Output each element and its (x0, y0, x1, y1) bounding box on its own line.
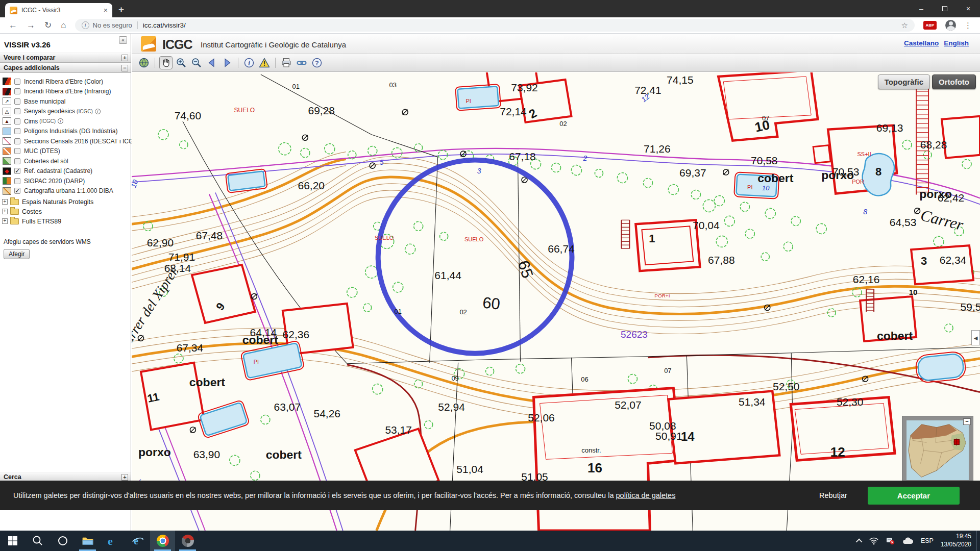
print-icon[interactable] (280, 56, 293, 69)
taskbar-file-explorer-icon[interactable] (75, 531, 100, 551)
layer-checkbox[interactable] (14, 188, 20, 194)
map-label: 06 (581, 375, 588, 383)
language-link-english[interactable]: English (944, 39, 969, 47)
wms-hint-text: Afegiu capes de servidors WMS (4, 238, 127, 245)
overview-minimap[interactable]: − (902, 416, 973, 485)
language-link-castellano[interactable]: Castellano (904, 39, 939, 47)
census-icon (3, 137, 11, 145)
map-label: cobert (877, 329, 913, 342)
zoom-out-icon[interactable] (190, 56, 203, 69)
layer-checkbox[interactable] (14, 79, 20, 85)
section-toggle-button[interactable]: + (121, 55, 128, 61)
layer-row: Seccions Censals 2016 (IDESCAT i ICGC) (3, 136, 131, 146)
layer-checkbox[interactable] (14, 168, 20, 174)
browser-menu-icon[interactable]: ⋮ (964, 21, 972, 30)
new-tab-button[interactable]: + (118, 4, 124, 15)
map-label: 52623 (621, 329, 648, 340)
muc-icon (3, 147, 11, 155)
pan-hand-icon[interactable] (159, 56, 173, 69)
home-icon[interactable]: ⌂ (61, 21, 66, 30)
overview-globe-icon[interactable] (137, 56, 151, 69)
map-label: 14 (681, 430, 695, 443)
taskbar-internet-explorer-icon[interactable]: e (125, 531, 150, 551)
report-warning-icon[interactable]: ! (258, 56, 271, 69)
folder-row[interactable]: +Espais Naturals Protegits (2, 197, 131, 207)
minimize-button[interactable]: – (910, 0, 933, 17)
taskbar-chrome-icon[interactable] (150, 531, 175, 551)
taskbar-search-icon[interactable] (25, 531, 50, 551)
zoom-in-icon[interactable] (175, 56, 188, 69)
back-icon[interactable]: ← (9, 21, 17, 30)
layer-checkbox[interactable] (14, 138, 20, 144)
sidebar-section-veure-i-comparar[interactable]: Veure i comparar+ (0, 53, 131, 63)
add-wms-button[interactable]: Afegir (4, 249, 30, 259)
info-icon[interactable]: i (58, 118, 63, 124)
taskbar-cortana-icon[interactable] (50, 531, 75, 551)
security-label: No es seguro (93, 21, 132, 29)
help-icon[interactable]: ? (310, 56, 324, 69)
layer-checkbox[interactable] (14, 178, 20, 184)
address-bar[interactable]: i No es seguro icc.cat/vissir3/ ☆ (75, 19, 915, 32)
sidebar-collapse-button[interactable]: « (119, 36, 127, 44)
tab-close-icon[interactable]: × (104, 7, 108, 14)
adblock-extension-icon[interactable]: ABP (923, 21, 937, 30)
folder-row[interactable]: +Fulls ETRS89 (2, 216, 131, 226)
layer-checkbox[interactable] (14, 128, 20, 134)
wifi-icon[interactable] (869, 537, 878, 545)
maximize-button[interactable] (933, 0, 957, 17)
taskbar-start-icon[interactable] (0, 531, 25, 551)
layer-row: Cartografia urbana 1:1.000 DIBA (3, 186, 131, 196)
folder-row[interactable]: +Costes (2, 207, 131, 216)
section-toggle-button[interactable]: + (121, 474, 128, 481)
taskbar-media-app-icon[interactable] (175, 531, 200, 551)
next-view-icon[interactable] (220, 56, 234, 69)
reload-icon[interactable]: ↻ (44, 21, 52, 30)
folder-icon (10, 218, 19, 224)
onedrive-cloud-icon[interactable] (902, 537, 913, 545)
layer-source: (ICGC) (77, 109, 93, 114)
info-point-icon[interactable]: i (242, 56, 256, 69)
taskbar-edge-icon[interactable]: e (100, 531, 125, 551)
forward-icon[interactable]: → (27, 21, 35, 30)
layer-checkbox[interactable] (14, 158, 20, 164)
accept-cookies-button[interactable]: Acceptar (868, 487, 960, 505)
map-canvas[interactable]: 74,1573,9272,4172,1474,6069,2867,1871,26… (132, 72, 980, 531)
hidden-icons-chevron[interactable] (857, 539, 862, 543)
cookie-policy-link[interactable]: política de galetes (616, 491, 676, 499)
layer-row: MUC (DTES) (3, 146, 131, 157)
pan-left-arrow[interactable]: ◀ (971, 330, 980, 345)
sync-error-icon[interactable] (886, 537, 895, 545)
expand-icon[interactable]: + (2, 218, 8, 224)
url-divider (137, 21, 138, 29)
browser-tab[interactable]: ICGC - Vissir3 × (5, 3, 112, 17)
prev-view-icon[interactable] (205, 56, 218, 69)
map-label: 01 (394, 308, 401, 315)
info-icon[interactable]: i (95, 109, 101, 114)
reject-cookies-button[interactable]: Rebutjar (816, 491, 850, 500)
layer-checkbox[interactable] (14, 148, 20, 154)
layer-checkbox[interactable] (14, 88, 20, 94)
site-info-icon[interactable]: i (82, 21, 89, 29)
layer-checkbox[interactable] (14, 118, 20, 124)
close-button[interactable]: × (957, 0, 980, 17)
share-link-icon[interactable] (295, 56, 308, 69)
show-desktop-button[interactable] (976, 531, 980, 551)
map-label: 3 (477, 167, 481, 175)
minimap-minimize-button[interactable]: − (963, 418, 971, 425)
profile-avatar[interactable] (945, 20, 956, 31)
cookie-message: Utilitzem galetes per distingir-vos d'al… (13, 491, 816, 499)
basemap-button-topogràfic[interactable]: Topogràfic (878, 74, 930, 89)
expand-icon[interactable]: + (2, 199, 8, 205)
layer-checkbox[interactable] (14, 98, 20, 105)
expand-icon[interactable]: + (2, 209, 8, 214)
keyboard-language[interactable]: ESP (921, 537, 934, 544)
sidebar-section-capes-addicionals[interactable]: Capes addicionals− (0, 63, 131, 73)
bookmark-star-icon[interactable]: ☆ (901, 21, 908, 30)
map-label: SUELO (234, 107, 255, 114)
layer-label: Senyals geodèsics (24, 108, 75, 115)
basemap-button-ortofoto[interactable]: Ortofoto (932, 74, 976, 89)
layer-checkbox[interactable] (14, 108, 20, 114)
section-toggle-button[interactable]: − (121, 65, 128, 71)
map-label: 09 (451, 374, 458, 382)
taskbar-clock[interactable]: 19:45 13/05/2020 (941, 533, 971, 548)
